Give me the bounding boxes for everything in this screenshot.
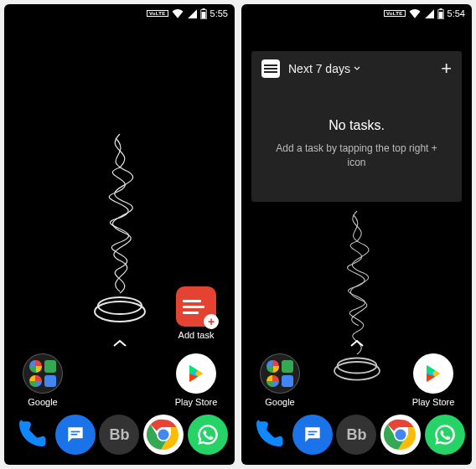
app-drawer-handle[interactable] (112, 336, 127, 351)
messages-app[interactable] (55, 415, 96, 455)
photos-icon (266, 375, 279, 388)
phone-app[interactable] (11, 415, 51, 455)
signal-icon (187, 8, 197, 18)
phone-screen-right: VoLTE 5:54 Next 7 days + N (241, 4, 472, 465)
photos-icon (29, 375, 42, 388)
dock: Bb (4, 410, 235, 465)
svg-point-19 (396, 430, 406, 441)
shortcut-label: Add task (173, 330, 220, 340)
todoist-add-task-shortcut[interactable]: + Add task (173, 286, 220, 340)
svg-rect-5 (70, 431, 80, 433)
whatsapp-app[interactable] (188, 415, 228, 455)
svg-point-9 (158, 430, 169, 441)
bb-label: Bb (109, 426, 129, 444)
empty-headline: No tasks. (268, 118, 445, 133)
battery-icon (437, 8, 444, 19)
play-store-icon (176, 353, 216, 394)
chevron-down-icon (354, 66, 360, 71)
phone-app[interactable] (248, 415, 288, 455)
phone-screen-left: VoLTE 5:55 + Add task (4, 4, 235, 465)
folder-label: Google (19, 397, 66, 407)
add-task-button[interactable]: + (441, 59, 452, 78)
app-label: Play Store (173, 397, 220, 407)
widget-empty-state: No tasks. Add a task by tapping the top … (251, 86, 462, 178)
dock: Bb (241, 410, 472, 465)
svg-rect-6 (70, 434, 77, 436)
battery-icon (200, 8, 207, 19)
clock: 5:54 (448, 8, 465, 18)
home-grid[interactable]: + Add task Google Play Store (4, 23, 235, 410)
svg-rect-16 (308, 434, 314, 436)
svg-rect-15 (308, 431, 317, 433)
home-grid[interactable]: Next 7 days + No tasks. Add a task by ta… (241, 23, 472, 410)
messages-app[interactable] (292, 415, 333, 455)
wifi-icon (172, 8, 184, 18)
svg-rect-4 (201, 12, 205, 18)
svg-rect-14 (438, 12, 442, 18)
chrome-app[interactable] (143, 415, 184, 455)
google-icon (29, 360, 42, 373)
folder-label: Google (256, 397, 303, 407)
calendar-icon (44, 375, 57, 388)
whatsapp-app[interactable] (425, 415, 465, 455)
play-store-app[interactable]: Play Store (410, 353, 457, 407)
app-drawer-handle[interactable] (349, 336, 365, 351)
clock: 5:55 (210, 8, 228, 18)
plus-badge-icon: + (204, 314, 219, 329)
calendar-icon (282, 375, 294, 388)
play-store-app[interactable]: Play Store (173, 353, 220, 407)
google-folder[interactable]: Google (256, 353, 303, 407)
todoist-icon: + (176, 286, 216, 327)
network-badge: VoLTE (147, 10, 168, 17)
todoist-icon (261, 59, 280, 78)
app-label: Play Store (410, 397, 457, 407)
empty-subtext: Add a task by tapping the top right + ic… (268, 142, 445, 170)
chrome-app[interactable] (380, 415, 421, 455)
network-badge: VoLTE (384, 10, 406, 17)
maps-icon (44, 360, 57, 373)
status-bar: VoLTE 5:55 (4, 4, 235, 23)
blackboard-app[interactable]: Bb (99, 415, 139, 455)
todoist-widget[interactable]: Next 7 days + No tasks. Add a task by ta… (251, 51, 462, 202)
google-icon (266, 360, 279, 373)
svg-rect-3 (202, 8, 204, 10)
maps-icon (282, 360, 294, 373)
widget-filter-dropdown[interactable]: Next 7 days (288, 62, 432, 75)
signal-icon (424, 8, 434, 18)
blackboard-app[interactable]: Bb (336, 415, 376, 455)
google-folder[interactable]: Google (19, 353, 66, 407)
widget-header: Next 7 days + (251, 51, 462, 86)
svg-rect-13 (439, 8, 442, 10)
status-bar: VoLTE 5:54 (241, 4, 472, 23)
bb-label: Bb (346, 426, 366, 444)
play-store-icon (413, 353, 453, 394)
wifi-icon (409, 8, 421, 18)
